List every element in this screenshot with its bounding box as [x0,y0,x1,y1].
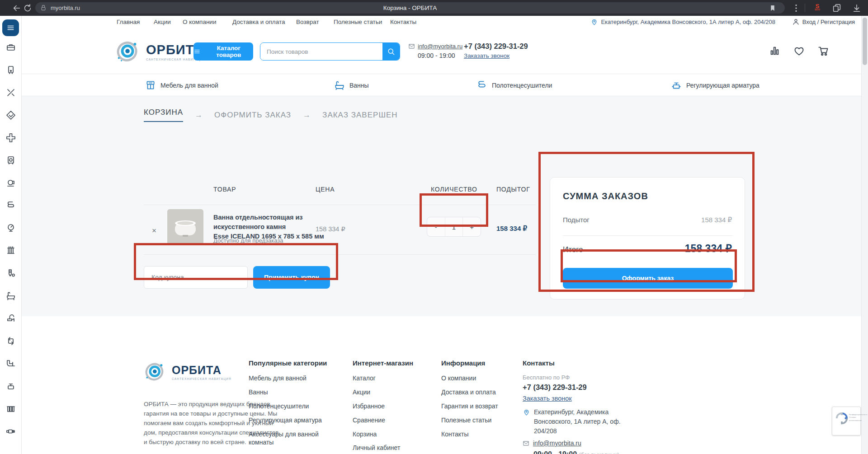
breadcrumb-cart[interactable]: КОРЗИНА [144,108,183,122]
header: ОРБИТА САНТЕХНИЧЕСКАЯ НАВИГАЦИЯ Каталог … [22,29,861,74]
nav-promos[interactable]: Акции [154,19,171,25]
cross-pipe-icon[interactable] [5,132,16,143]
compare-button[interactable] [769,45,781,57]
search-button[interactable] [382,42,400,61]
filter-icon[interactable] [5,403,16,414]
catalog-button[interactable]: Каталог товаров [193,42,253,61]
store-address: Екатеринбург, Академика Вонсовского, 1А … [590,18,775,26]
gauge-icon[interactable] [5,223,16,234]
footer-link[interactable]: О компании [441,374,498,383]
kebab-menu-icon[interactable] [791,3,801,13]
footer-phone[interactable]: +7 (343) 229-31-29 [523,383,640,392]
product-image[interactable] [167,209,203,245]
furniture-icon [145,80,156,91]
rail-menu-button[interactable] [2,19,19,36]
scrollbar[interactable] [861,16,868,454]
wishlist-button[interactable] [793,45,805,57]
footer-link[interactable]: Доставка и оплата [441,388,498,397]
nav-contacts[interactable]: Контакты [390,19,416,25]
summary-subtotal-label: Подытог [563,216,590,224]
footer-link[interactable]: Гарантия и возврат [441,402,498,411]
quantity-value[interactable]: 1 [445,217,463,236]
faucet-icon[interactable] [5,313,16,324]
footer-callback-link[interactable]: Заказать звонок [523,395,572,402]
screw-icon[interactable] [5,268,16,279]
footer-link[interactable]: Ванны [249,388,339,397]
browser-chrome: myorbita.ru Корзина - ОРБИТА SSEO [0,0,868,16]
quantity-plus-button[interactable]: + [463,217,481,236]
quantity-minus-button[interactable]: - [427,217,445,236]
summary-divider [563,235,733,236]
category-towel-rails[interactable]: Полотенцесушители [476,80,552,91]
search-input[interactable] [260,43,382,60]
nav-about[interactable]: О компании [183,19,216,25]
footer-link[interactable]: Полотенцесушители [249,402,339,411]
case-icon[interactable] [5,42,16,53]
footer-link[interactable]: Регулирующая арматура [249,416,339,425]
footer-link[interactable]: Личный кабинет [353,444,413,452]
tile-icon[interactable] [5,110,16,121]
footer-link[interactable]: Избранное [353,402,413,411]
nav-home[interactable]: Главная [117,19,140,25]
category-furniture[interactable]: Мебель для ванной [145,80,218,91]
cart-button[interactable] [817,45,830,57]
footer-link[interactable]: Контакты [441,430,498,439]
working-hours: 09:00 - 19:00 [418,52,462,59]
product-availability: Доступно для предзаказа [213,237,283,244]
hamburger-icon [193,48,201,55]
drain-icon[interactable] [5,358,16,369]
login-register[interactable]: Вход / Регистрация [792,18,855,26]
breadcrumb-complete[interactable]: ЗАКАЗ ЗАВЕРШЕН [322,111,397,120]
envelope-icon [408,43,415,50]
main-content: КОРЗИНА → ОФОРМИТЬ ЗАКАЗ → ЗАКАЗ ЗАВЕРШЕ… [22,96,861,332]
remove-item-button[interactable]: × [152,226,156,235]
pump-icon[interactable] [5,178,16,188]
apply-coupon-button[interactable]: Применить купон [253,266,330,289]
scrollbar-thumb[interactable] [863,18,867,65]
tools-icon[interactable] [5,87,16,98]
footer-link[interactable]: Полезные статьи [441,416,498,425]
boiler-icon[interactable] [5,65,16,75]
footer-link[interactable]: Корзина [353,430,413,439]
footer-link[interactable]: Мебель для ванной [249,374,339,383]
col-header-product: ТОВАР [213,186,236,193]
search-box [260,42,400,61]
category-baths[interactable]: Ванны [334,80,369,91]
footer-link[interactable]: Аксессуары для ванной комнаты [249,430,339,447]
seo-extension-icon[interactable]: SSEO [812,3,823,13]
footer-col-info: Информация О компании Доставка и оплата … [441,359,498,444]
logo-mark [115,40,142,63]
recaptcha-badge[interactable]: КонфиденциальностьУсловия использования [832,407,861,435]
coupon-input[interactable] [144,266,248,289]
nav-delivery[interactable]: Доставка и оплата [232,19,285,25]
bookmark-icon[interactable] [769,4,777,12]
footer-link[interactable]: Каталог [353,374,413,383]
nav-articles[interactable]: Полезные статьи [334,19,382,25]
footer-logo[interactable]: ОРБИТА САНТЕХНИЧЕСКАЯ НАВИГАЦИЯ [144,361,231,382]
nav-returns[interactable]: Возврат [296,19,319,25]
download-icon[interactable] [852,3,862,13]
checkout-button[interactable]: Оформить заказ [563,268,733,289]
header-actions [769,45,830,57]
bath-icon[interactable] [5,290,16,301]
radiator-icon[interactable] [5,245,16,256]
footer-link[interactable]: Сравнение [353,416,413,425]
email-link[interactable]: info@myorbita.ru [418,43,462,50]
fitting-icon[interactable] [5,426,16,437]
back-icon[interactable] [12,3,22,13]
tabs-extension-icon[interactable] [832,3,842,13]
footer-email-link[interactable]: info@myorbita.ru [533,440,581,447]
water-heater-icon[interactable] [5,155,16,166]
callback-link[interactable]: Заказать звонок [464,52,509,59]
logo[interactable]: ОРБИТА САНТЕХНИЧЕСКАЯ НАВИГАЦИЯ [115,40,206,63]
appliance-icon[interactable] [5,336,16,346]
towel-coil-icon[interactable] [5,200,16,211]
valve-icon[interactable] [5,381,16,392]
quantity-stepper: - 1 + [427,217,481,237]
reload-icon[interactable] [23,3,33,13]
footer-link[interactable]: Раковины [249,452,339,454]
category-armature[interactable]: Регулирующая арматура [670,80,760,91]
address-bar[interactable]: myorbita.ru Корзина - ОРБИТА [35,2,785,14]
breadcrumb-checkout[interactable]: ОФОРМИТЬ ЗАКАЗ [214,111,291,120]
footer-link[interactable]: Акции [353,388,413,397]
